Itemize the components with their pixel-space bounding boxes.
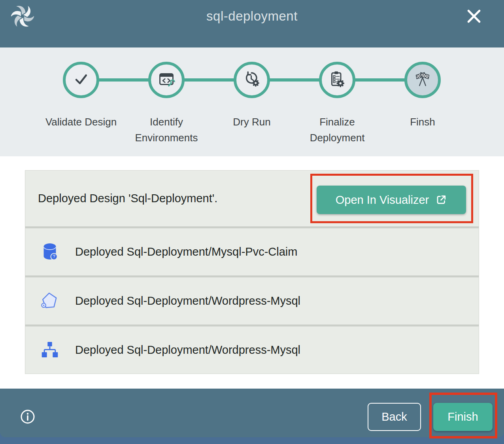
sql-deployment-modal: sql-deployment Validate Design: [0, 0, 504, 437]
hierarchy-icon: [40, 340, 60, 361]
step-label: Validate Design: [38, 114, 124, 130]
result-text: Deployed Sql-Deployment/Mysql-Pvc-Claim: [75, 245, 297, 258]
svg-text:?: ?: [53, 254, 55, 259]
design-deployed-text: Deployed Design 'Sql-Deployment'.: [25, 192, 217, 205]
history-gear-icon: [242, 70, 261, 90]
result-row-wordpress-mysql-2: Deployed Sql-Deployment/Wordpress-Mysql: [25, 324, 479, 374]
result-row-mysql-pvc-claim: ? Deployed Sql-Deployment/Mysql-Pvc-Clai…: [25, 226, 479, 275]
step-label: Finalize Deployment: [294, 114, 380, 146]
step-label: Dry Run: [209, 114, 294, 130]
step-label: Identify Environments: [124, 114, 209, 146]
open-in-visualizer-button[interactable]: Open In Visualizer: [317, 186, 466, 214]
step-circle-finalize[interactable]: [319, 62, 355, 98]
code-window-wrench-icon: [157, 70, 176, 90]
checkered-flags-icon: [413, 69, 432, 91]
step-validate-design: Validate Design: [38, 62, 124, 130]
clipboard-gear-icon: [328, 70, 347, 90]
database-icon: ?: [40, 242, 60, 262]
back-button[interactable]: Back: [368, 403, 421, 431]
step-finish: Finsh: [380, 62, 465, 130]
step-dry-run: Dry Run: [209, 62, 294, 130]
result-text: Deployed Sql-Deployment/Wordpress-Mysql: [75, 294, 300, 307]
results-list: Deployed Design 'Sql-Deployment'. Open I…: [25, 170, 479, 374]
finish-button[interactable]: Finish: [433, 403, 493, 431]
step-label: Finsh: [380, 114, 465, 130]
modal-header: sql-deployment: [0, 0, 504, 47]
deployment-results: Deployed Design 'Sql-Deployment'. Open I…: [0, 156, 504, 389]
pentagon-icon: [40, 291, 60, 311]
step-identify-environments: Identify Environments: [124, 62, 209, 146]
modal-title: sql-deployment: [0, 9, 504, 24]
modal-footer: Back Finish: [0, 389, 504, 437]
check-icon: [72, 70, 91, 90]
external-link-icon: [435, 194, 447, 206]
step-finalize-deployment: Finalize Deployment: [294, 62, 380, 146]
step-circle-validate[interactable]: [63, 62, 99, 98]
design-deployed-row: Deployed Design 'Sql-Deployment'. Open I…: [25, 171, 479, 226]
step-circle-dry-run[interactable]: [234, 62, 270, 98]
step-circle-finish[interactable]: [404, 62, 441, 98]
result-row-wordpress-mysql-1: Deployed Sql-Deployment/Wordpress-Mysql: [25, 275, 479, 324]
info-circle-icon[interactable]: [20, 409, 36, 425]
page-backdrop: sql-deployment Validate Design: [0, 0, 504, 444]
step-circle-identify[interactable]: [148, 62, 185, 98]
result-text: Deployed Sql-Deployment/Wordpress-Mysql: [75, 343, 300, 357]
open-in-visualizer-label: Open In Visualizer: [336, 194, 429, 207]
deployment-stepper: Validate Design: [0, 47, 504, 156]
close-icon[interactable]: [464, 7, 483, 26]
